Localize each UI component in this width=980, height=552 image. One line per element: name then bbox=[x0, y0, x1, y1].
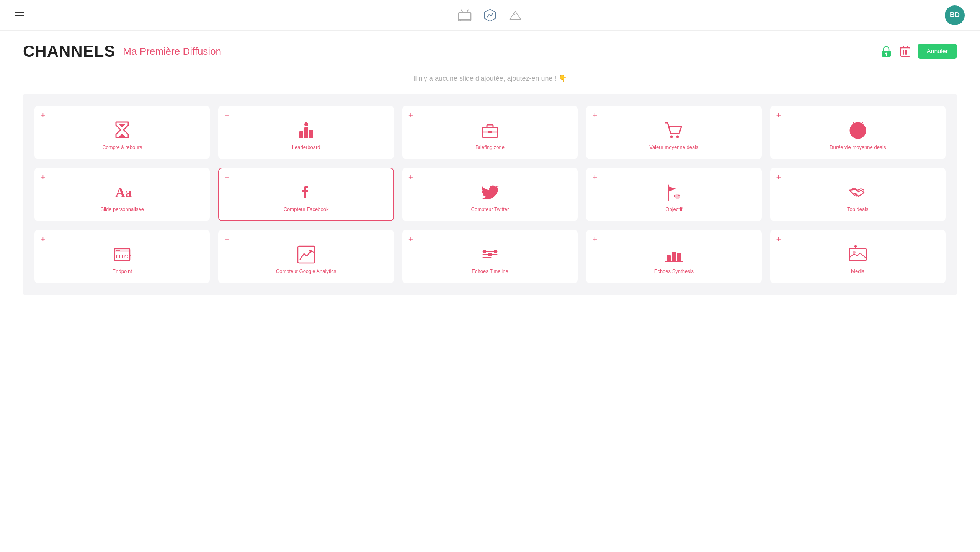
card-icon-compteur-google-analytics bbox=[296, 245, 316, 265]
user-avatar[interactable]: BD bbox=[945, 5, 965, 25]
card-icon-endpoint: HTTP:// bbox=[112, 245, 132, 265]
card-echoes-timeline[interactable]: + Echoes Timeline bbox=[402, 230, 578, 283]
card-compteur-google-analytics[interactable]: + Compteur Google Analytics bbox=[218, 230, 394, 283]
svg-rect-43 bbox=[494, 250, 497, 253]
card-duree-vie-moyenne-deals[interactable]: + Durée vie moyenne deals bbox=[770, 106, 946, 159]
header-right: BD bbox=[945, 5, 965, 25]
header-left bbox=[15, 12, 24, 18]
svg-rect-37 bbox=[298, 246, 315, 263]
card-plus-duree-vie-moyenne-deals: + bbox=[776, 111, 781, 119]
card-icon-valeur-moyenne-deals bbox=[664, 121, 684, 140]
card-plus-compteur-facebook: + bbox=[224, 173, 229, 181]
svg-rect-18 bbox=[309, 130, 313, 138]
card-label-top-deals: Top deals bbox=[847, 206, 869, 212]
svg-rect-46 bbox=[677, 253, 681, 261]
svg-text:HTTP://: HTTP:// bbox=[116, 254, 132, 259]
card-plus-objectif: + bbox=[592, 173, 597, 181]
card-icon-compteur-facebook bbox=[296, 183, 316, 203]
card-label-duree-vie-moyenne-deals: Durée vie moyenne deals bbox=[830, 144, 886, 150]
svg-point-31 bbox=[678, 195, 680, 196]
svg-rect-22 bbox=[488, 131, 492, 133]
card-slide-personnalisee[interactable]: + Aa Slide personnalisée bbox=[34, 168, 210, 221]
card-leaderboard[interactable]: + Leaderboard bbox=[218, 106, 394, 159]
title-left: CHANNELS Ma Première Diffusion bbox=[23, 42, 221, 60]
card-objectif[interactable]: + Objectif bbox=[586, 168, 761, 221]
card-plus-briefing-zone: + bbox=[408, 111, 413, 119]
svg-rect-41 bbox=[483, 250, 486, 253]
annuler-button[interactable]: Annuler bbox=[918, 44, 957, 59]
empty-state-text: Il n'y a aucune slide d'ajoutée, ajoutez… bbox=[23, 67, 957, 94]
card-label-endpoint: Endpoint bbox=[113, 268, 132, 274]
tv-nav-icon[interactable] bbox=[458, 8, 472, 22]
card-icon-objectif bbox=[664, 183, 684, 203]
svg-rect-42 bbox=[488, 253, 492, 256]
analytics-nav-icon[interactable] bbox=[483, 8, 497, 22]
svg-rect-45 bbox=[672, 252, 676, 261]
card-label-echoes-timeline: Echoes Timeline bbox=[472, 268, 508, 274]
card-plus-endpoint: + bbox=[41, 235, 46, 243]
card-label-leaderboard: Leaderboard bbox=[292, 144, 320, 150]
svg-point-49 bbox=[853, 251, 856, 254]
svg-point-23 bbox=[670, 135, 673, 138]
card-icon-echoes-timeline bbox=[480, 245, 500, 265]
card-plus-media: + bbox=[776, 235, 781, 243]
card-label-valeur-moyenne-deals: Valeur moyenne deals bbox=[649, 144, 698, 150]
card-plus-echoes-timeline: + bbox=[408, 235, 413, 243]
header-nav bbox=[458, 8, 522, 22]
card-plus-slide-personnalisee: + bbox=[41, 173, 46, 181]
card-compte-rebours[interactable]: + Compte à rebours bbox=[34, 106, 210, 159]
card-label-media: Media bbox=[851, 268, 864, 274]
card-plus-echoes-synthesis: + bbox=[592, 235, 597, 243]
card-plus-compteur-twitter: + bbox=[408, 173, 413, 181]
card-plus-valeur-moyenne-deals: + bbox=[592, 111, 597, 119]
card-top-deals[interactable]: + Top deals bbox=[770, 168, 946, 221]
card-icon-briefing-zone bbox=[480, 121, 500, 140]
lock-button[interactable] bbox=[879, 44, 893, 58]
svg-point-4 bbox=[460, 20, 461, 21]
cards-grid-area: + Compte à rebours + Leaderboard + Brief… bbox=[23, 94, 957, 295]
card-icon-leaderboard bbox=[296, 121, 316, 140]
card-icon-compteur-twitter bbox=[480, 183, 500, 203]
hamburger-menu[interactable] bbox=[15, 12, 24, 18]
card-plus-top-deals: + bbox=[776, 173, 781, 181]
header: BD bbox=[0, 0, 980, 31]
card-compteur-twitter[interactable]: + Compteur Twitter bbox=[402, 168, 578, 221]
svg-marker-6 bbox=[510, 11, 521, 20]
svg-point-30 bbox=[675, 194, 680, 199]
card-icon-slide-personnalisee: Aa bbox=[112, 183, 132, 203]
svg-rect-17 bbox=[304, 127, 308, 138]
card-compteur-facebook[interactable]: + Compteur Facebook bbox=[218, 168, 394, 221]
card-briefing-zone[interactable]: + Briefing zone bbox=[402, 106, 578, 159]
svg-rect-48 bbox=[849, 248, 866, 261]
delete-button[interactable] bbox=[898, 44, 912, 58]
mountain-nav-icon[interactable] bbox=[508, 8, 522, 22]
card-label-compteur-twitter: Compteur Twitter bbox=[471, 206, 509, 212]
card-label-compteur-facebook: Compteur Facebook bbox=[284, 206, 329, 212]
card-plus-compteur-google-analytics: + bbox=[224, 235, 229, 243]
cards-grid: + Compte à rebours + Leaderboard + Brief… bbox=[34, 106, 946, 283]
card-label-slide-personnalisee: Slide personnalisée bbox=[100, 206, 144, 212]
card-label-compteur-google-analytics: Compteur Google Analytics bbox=[276, 268, 336, 274]
card-label-objectif: Objectif bbox=[665, 206, 682, 212]
page-content: CHANNELS Ma Première Diffusion bbox=[0, 31, 980, 302]
svg-point-24 bbox=[676, 135, 679, 138]
title-actions: Annuler bbox=[879, 44, 957, 59]
card-valeur-moyenne-deals[interactable]: + Valeur moyenne deals bbox=[586, 106, 761, 159]
card-plus-compte-rebours: + bbox=[41, 111, 46, 119]
card-label-briefing-zone: Briefing zone bbox=[475, 144, 505, 150]
card-label-compte-rebours: Compte à rebours bbox=[102, 144, 142, 150]
card-media[interactable]: + Media bbox=[770, 230, 946, 283]
card-icon-duree-vie-moyenne-deals bbox=[848, 121, 868, 140]
card-icon-echoes-synthesis bbox=[664, 245, 684, 265]
svg-text:Aa: Aa bbox=[115, 185, 132, 200]
card-icon-media bbox=[848, 245, 868, 265]
card-icon-top-deals bbox=[848, 183, 868, 203]
card-icon-compte-rebours bbox=[112, 121, 132, 140]
card-echoes-synthesis[interactable]: + Echoes Synthesis bbox=[586, 230, 761, 283]
svg-rect-12 bbox=[903, 46, 907, 48]
card-endpoint[interactable]: + HTTP:// Endpoint bbox=[34, 230, 210, 283]
svg-rect-44 bbox=[667, 255, 671, 261]
svg-rect-16 bbox=[299, 131, 303, 138]
channel-name: Ma Première Diffusion bbox=[123, 46, 221, 57]
card-plus-leaderboard: + bbox=[224, 111, 229, 119]
